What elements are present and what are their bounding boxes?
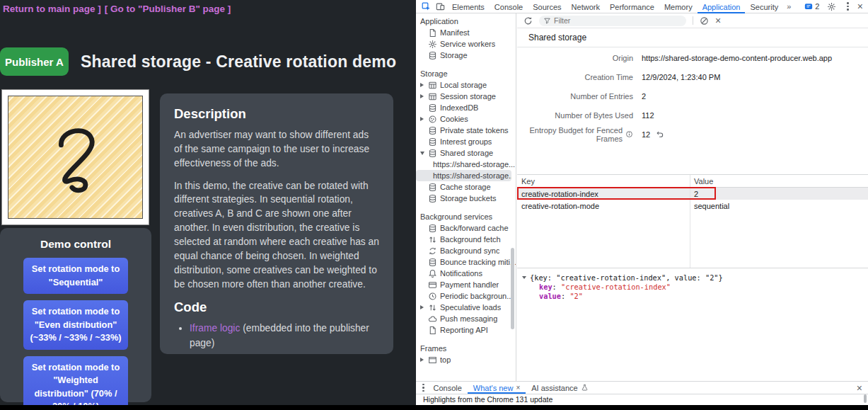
bell-icon	[428, 269, 437, 278]
sidebar-item-background-sync[interactable]: Background sync	[416, 245, 516, 256]
sidebar-item-cache-storage[interactable]: Cache storage	[416, 181, 516, 193]
sidebar-item-label: Periodic backgroun...	[440, 292, 513, 300]
drawer-scrollbar[interactable]	[864, 394, 867, 403]
top-nav: Return to main page ][ Go to "Publisher …	[3, 4, 234, 14]
issues-badge[interactable]: 2	[804, 2, 819, 11]
sidebar-item-session-storage[interactable]: Session storage	[416, 91, 516, 102]
devtools-window: ElementsConsoleSourcesNetworkPerformance…	[416, 0, 868, 410]
table-row-creative-rotation-mode[interactable]: creative-rotation-modesequential	[517, 200, 868, 212]
sidebar-item-cookies[interactable]: Cookies	[416, 113, 516, 125]
sidebar-item-https-shared-storage[interactable]: https://shared-storage...	[416, 159, 516, 170]
collapsed-arrow-icon[interactable]	[420, 117, 424, 121]
metadata-label: Creation Time	[585, 73, 633, 81]
collapsed-arrow-icon[interactable]	[420, 305, 424, 309]
tab-performance[interactable]: Performance	[605, 0, 659, 13]
shared-storage-table: KeyValuecreative-rotation-index2creative…	[517, 174, 868, 268]
publisher-b-link[interactable]: [ Go to "Publisher B" page ]	[105, 4, 231, 14]
tab-application[interactable]: Application	[698, 0, 746, 13]
file-icon	[428, 326, 437, 335]
value-cell: 2	[690, 190, 868, 198]
sidebar-item-speculative-loads[interactable]: Speculative loads	[416, 302, 516, 313]
sidebar-item-label: Cookies	[440, 115, 468, 123]
collapsed-arrow-icon[interactable]	[420, 358, 424, 362]
drawer-tab-ai-assistance[interactable]: AI assistance	[526, 382, 594, 394]
sidebar-item-notifications[interactable]: Notifications	[416, 268, 516, 279]
sidebar-item-bounce-tracking-miti[interactable]: Bounce tracking miti...	[416, 256, 516, 268]
filter-input[interactable]	[554, 16, 681, 25]
tab-console[interactable]: Console	[490, 0, 528, 13]
whats-new-headline[interactable]: Highlights from the Chrome 131 update	[423, 395, 552, 404]
property-value: "creative-rotation-index"	[561, 283, 671, 291]
sidebar-scrollbar[interactable]	[511, 248, 514, 329]
preview-summary-row[interactable]: {key: "creative-rotation-index", value: …	[522, 273, 868, 282]
tab-sources[interactable]: Sources	[528, 0, 566, 13]
sidebar-item-shared-storage[interactable]: Shared storage	[416, 147, 516, 159]
database-icon	[428, 183, 437, 192]
property-value: "2"	[569, 292, 583, 300]
refresh-icon[interactable]	[523, 16, 533, 25]
column-header-value[interactable]: Value	[690, 177, 868, 186]
metadata-row-entropy-budget-for-fenced-frames: Entropy Budget for Fenced Frames12	[517, 125, 868, 144]
sidebar-item-payment-handler[interactable]: Payment handler	[416, 279, 516, 290]
inspect-element-icon[interactable]	[419, 1, 433, 12]
expanded-arrow-icon[interactable]	[420, 152, 424, 155]
sidebar-item-indexeddb[interactable]: IndexedDB	[416, 102, 516, 113]
sidebar-item-back-forward-cache[interactable]: Back/forward cache	[416, 222, 516, 234]
settings-gear-icon[interactable]	[824, 1, 838, 12]
expanded-arrow-icon[interactable]	[522, 276, 526, 279]
sidebar-item-label: Back/forward cache	[440, 224, 509, 232]
sidebar-item-local-storage[interactable]: Local storage	[416, 79, 516, 91]
sidebar-item-periodic-backgroun[interactable]: Periodic backgroun...	[416, 290, 516, 302]
metadata-row-origin: Originhttps://shared-storage-demo-conten…	[517, 48, 868, 67]
drawer-tab-console[interactable]: Console	[428, 382, 468, 394]
drawer-tab-what-s-new[interactable]: What's new×	[468, 382, 526, 394]
column-header-key[interactable]: Key	[517, 177, 690, 186]
drawer-close-icon[interactable]: ×	[857, 383, 868, 393]
filter-box[interactable]	[539, 16, 686, 26]
sidebar-item-reporting-api[interactable]: Reporting API	[416, 324, 516, 336]
sidebar-item-background-fetch[interactable]: Background fetch	[416, 234, 516, 245]
devtools-tab-strip: ElementsConsoleSourcesNetworkPerformance…	[447, 0, 783, 13]
code-links-list: Iframe logic (embedded into the publishe…	[190, 321, 379, 354]
sidebar-item-service-workers[interactable]: Service workers	[416, 38, 516, 50]
kebab-menu-icon[interactable]	[843, 2, 852, 11]
table-row-creative-rotation-index[interactable]: creative-rotation-index2	[517, 188, 868, 200]
demo-control-title: Demo control	[0, 238, 151, 251]
sidebar-item-private-state-tokens[interactable]: Private state tokens	[416, 125, 516, 136]
devtools-drawer: ConsoleWhat's new×AI assistance × Highli…	[416, 381, 868, 405]
tab-memory[interactable]: Memory	[659, 0, 698, 13]
database-icon	[428, 258, 437, 267]
iframe-logic-link[interactable]: Iframe logic	[190, 323, 240, 334]
sidebar-item-manifest[interactable]: Manifest	[416, 27, 516, 38]
more-tabs-chevron[interactable]: »	[783, 2, 794, 11]
sidebar-item-top[interactable]: top	[416, 354, 516, 365]
collapsed-arrow-icon[interactable]	[420, 94, 424, 98]
devtools-close-icon[interactable]: ×	[857, 1, 863, 11]
sidebar-item-https-shared-storage[interactable]: https://shared-storage...	[416, 170, 511, 181]
sidebar-section-storage: Storage	[416, 67, 516, 79]
sidebar-item-storage-buckets[interactable]: Storage buckets	[416, 193, 516, 204]
tab-elements[interactable]: Elements	[447, 0, 490, 13]
collapsed-arrow-icon[interactable]	[420, 83, 424, 87]
close-view-icon[interactable]: ×	[715, 16, 721, 25]
tab-security[interactable]: Security	[745, 0, 783, 13]
metadata-label: Number of Bytes Used	[555, 111, 633, 120]
return-to-main-link[interactable]: Return to main page ]	[3, 4, 101, 14]
weighted-distribution-button[interactable]: Set rotation mode to "Weighted distribut…	[23, 356, 128, 410]
drawer-menu-icon[interactable]	[419, 384, 428, 392]
close-tab-icon[interactable]: ×	[516, 384, 520, 392]
sidebar-item-push-messaging[interactable]: Push messaging	[416, 313, 516, 324]
sequential-button[interactable]: Set rotation mode to "Sequential"	[23, 258, 128, 294]
reset-icon[interactable]	[656, 130, 664, 139]
device-toolbar-icon[interactable]	[433, 1, 447, 12]
sidebar-item-interest-groups[interactable]: Interest groups	[416, 136, 516, 147]
metadata-value: 2	[642, 92, 646, 101]
clear-all-icon[interactable]	[700, 16, 709, 25]
sidebar-item-storage[interactable]: Storage	[416, 50, 516, 61]
info-icon[interactable]	[625, 130, 633, 138]
column-divider[interactable]	[690, 175, 690, 268]
preview-property: key: "creative-rotation-index"	[522, 282, 868, 291]
even-distribution-button[interactable]: Set rotation mode to "Even distribution"…	[23, 300, 128, 350]
file-icon	[428, 28, 437, 38]
tab-network[interactable]: Network	[567, 0, 605, 13]
